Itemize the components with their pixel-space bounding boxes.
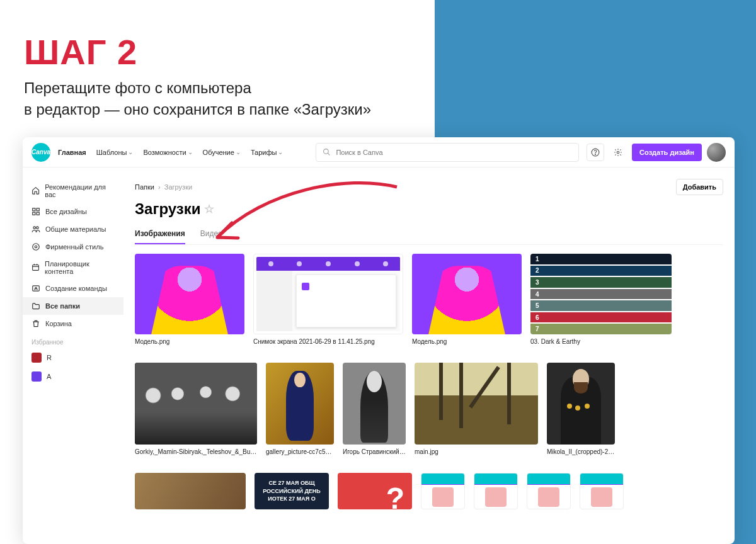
file-card[interactable]: Снимок экрана 2021-06-29 в 11.41.25.png [253,254,403,345]
step-subtitle: Перетащите фото с компьютерав редактор —… [24,77,371,120]
favorite-item-A[interactable]: A [23,367,123,386]
file-card[interactable]: Модель.png [412,254,522,345]
file-card[interactable] [580,473,624,509]
thumbnail [415,363,538,445]
file-card[interactable] [135,473,246,509]
sidebar-item-brand[interactable]: Фирменный стиль [23,238,123,256]
favorite-label: R [47,354,52,361]
thumbnail [547,363,615,445]
folder-icon [32,302,40,310]
add-button[interactable]: Добавить [676,179,723,195]
search-icon [323,148,331,156]
file-caption: Модель.png [412,338,522,345]
file-caption: Gorkiy,_Mamin-Sibiryak,_Teleshov_&_Bunin… [135,448,257,455]
file-card[interactable]: Игорь Стравинский.jpg [343,363,406,455]
favorites-heading: Избранное [23,332,123,348]
tab-1[interactable]: Видео [200,229,222,244]
trash-icon [32,319,40,328]
thumbnail [135,254,244,334]
thumbnail [474,473,518,509]
svg-point-4 [617,151,619,154]
file-caption: 03. Dark & Earthy [530,338,672,345]
step-title: ШАГ 2 [24,31,371,72]
sidebar-item-label: Рекомендации для вас [45,183,115,198]
breadcrumb-current: Загрузки [164,183,192,191]
sidebar-item-label: Все дизайны [45,208,87,215]
file-caption: Mikola_II_(cropped)-2.jpg... [547,448,615,455]
page-title: Загрузки [135,200,200,218]
file-card[interactable]: main.jpg [415,363,538,455]
page-title-row: Загрузки ☆ [135,200,723,218]
file-card[interactable]: Mikola_II_(cropped)-2.jpg... [547,363,615,455]
hero: ШАГ 2 Перетащите фото с компьютерав реда… [24,31,371,120]
svg-point-12 [35,246,37,248]
avatar[interactable] [707,143,726,162]
menu-item-4[interactable]: Тарифы [251,149,284,156]
create-design-button[interactable]: Создать дизайн [632,144,702,161]
svg-rect-13 [33,265,39,271]
file-caption: main.jpg [415,448,538,455]
thumbnail [580,473,624,509]
favorite-label: A [47,373,51,380]
svg-rect-6 [37,208,39,211]
sidebar-item-calendar[interactable]: Планировщик контента [23,256,123,280]
brand-icon [32,242,40,251]
sidebar-item-label: Все папки [45,302,80,310]
file-card[interactable] [474,473,518,509]
file-card[interactable] [421,473,465,509]
home-icon [32,186,40,195]
sidebar-item-users[interactable]: Общие материалы [23,220,123,238]
sidebar-item-home[interactable]: Рекомендации для вас [23,179,123,203]
file-caption: gallery_picture-cc7c53eb-522b... [266,448,334,455]
search-box[interactable] [316,143,579,162]
tabs: ИзображенияВидео [135,229,723,245]
menu-item-2[interactable]: Возможности [143,149,192,156]
tab-0[interactable]: Изображения [135,229,185,244]
file-card[interactable]: Модель.png [135,254,244,345]
svg-rect-7 [33,212,35,215]
sidebar-item-label: Корзина [45,320,72,327]
menu-item-0[interactable]: Главная [58,149,86,156]
file-caption: Снимок экрана 2021-06-29 в 11.41.25.png [253,338,403,345]
thumbnail [343,363,406,445]
file-card[interactable]: ? [338,473,412,509]
menu-item-1[interactable]: Шаблоны [96,149,134,156]
file-card[interactable]: Gorkiy,_Mamin-Sibiryak,_Teleshov_&_Bunin… [135,363,257,455]
search-input[interactable] [336,149,572,156]
svg-point-9 [33,227,36,229]
file-card[interactable] [527,473,571,509]
thumbnail: ? [338,473,412,509]
thumbnail [412,254,522,334]
thumbnail [135,473,246,509]
thumbnail: СЕ 27 МАЯ ОБЩРОССИЙСКИЙ ДЕНЬИОТЕК 27 МАЯ… [255,473,329,509]
sidebar-item-team[interactable]: Создание команды [23,280,123,297]
help-button[interactable] [587,144,604,161]
svg-point-10 [37,227,39,229]
sidebar-item-grid[interactable]: Все дизайны [23,203,123,220]
sidebar: Рекомендации для васВсе дизайныОбщие мат… [23,167,123,544]
top-menu: ГлавнаяШаблоныВозможностиОбучениеТарифы [58,149,283,156]
breadcrumb: Папки › Загрузки Добавить [135,179,723,195]
users-icon [32,225,40,234]
thumbnail [527,473,571,509]
favorite-badge-icon [32,371,42,382]
logo[interactable]: Canva [32,143,50,162]
topbar: Canva ГлавнаяШаблоныВозможностиОбучениеТ… [23,137,735,167]
menu-item-3[interactable]: Обучение [203,149,241,156]
favorite-item-R[interactable]: R [23,348,123,367]
sidebar-item-folder[interactable]: Все папки [23,297,123,315]
sidebar-item-label: Фирменный стиль [45,243,103,251]
svg-point-3 [595,154,596,154]
file-card[interactable]: gallery_picture-cc7c53eb-522b... [266,363,334,455]
svg-point-0 [324,149,329,154]
thumbnail [266,363,334,445]
favorite-badge-icon [32,353,42,363]
file-card[interactable]: СЕ 27 МАЯ ОБЩРОССИЙСКИЙ ДЕНЬИОТЕК 27 МАЯ… [255,473,329,509]
breadcrumb-parent[interactable]: Папки [135,183,154,191]
thumbnail [135,363,257,445]
settings-button[interactable] [609,144,627,161]
star-icon[interactable]: ☆ [204,202,214,216]
content-area: Папки › Загрузки Добавить Загрузки ☆ Изо… [123,167,735,544]
sidebar-item-trash[interactable]: Корзина [23,315,123,332]
file-card[interactable]: 123456703. Dark & Earthy [530,254,672,345]
